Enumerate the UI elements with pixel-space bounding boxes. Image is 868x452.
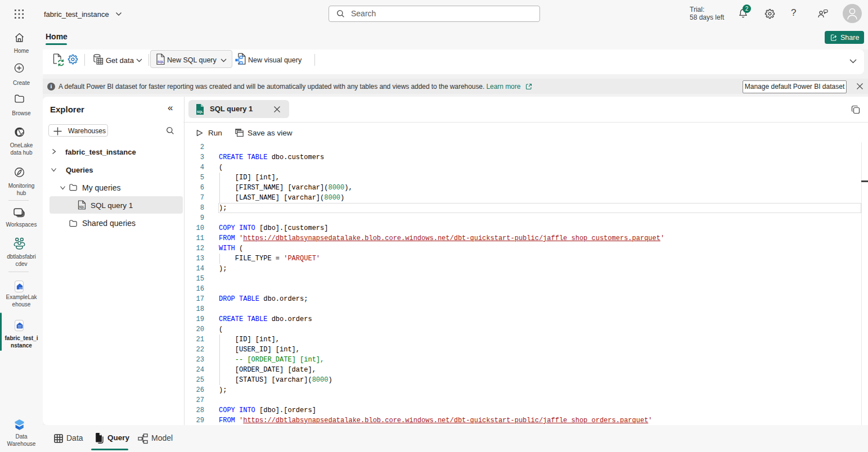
svg-text:SQL: SQL — [158, 60, 164, 64]
svg-text:SQL: SQL — [79, 206, 85, 209]
svg-text:SQL: SQL — [197, 110, 204, 114]
